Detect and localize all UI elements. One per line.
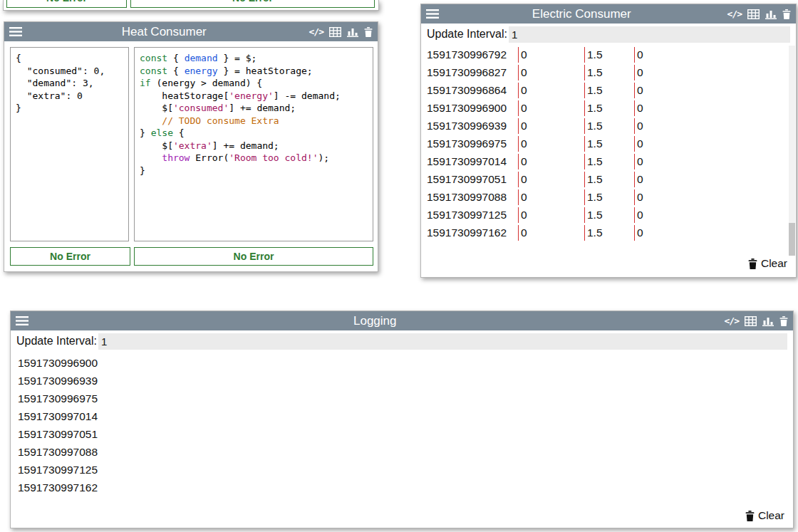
table-cell: 0 — [634, 154, 786, 169]
update-interval-input[interactable] — [509, 26, 790, 43]
electric-table: 159173099679201.50159173099682701.501591… — [427, 46, 786, 241]
table-icon[interactable] — [329, 27, 341, 37]
table-cell: 0 — [634, 207, 786, 223]
table-cell: 0 — [634, 189, 786, 205]
table-cell: 0 — [634, 100, 786, 116]
clear-button[interactable]: Clear — [745, 509, 784, 522]
table-row: 159173099701401.50 — [427, 152, 786, 170]
table-cell: 0 — [634, 47, 786, 63]
table-cell: 0 — [518, 65, 584, 80]
table-cell: 1.5 — [584, 207, 634, 223]
table-cell: 1.5 — [584, 172, 634, 187]
chart-icon[interactable] — [347, 27, 358, 37]
table-cell: 0 — [518, 136, 584, 152]
state-json-editor[interactable]: { "consumed": 0, "demand": 3, "extra": 0… — [10, 47, 129, 241]
code-icon[interactable]: </> — [309, 26, 323, 37]
log-entry: 1591730997014 — [18, 407, 783, 425]
panel-title: Electric Consumer — [442, 7, 722, 21]
table-icon[interactable] — [745, 316, 757, 326]
logging-header[interactable]: Logging </> — [11, 311, 793, 330]
log-entry: 1591730996900 — [18, 354, 783, 372]
table-cell: 1.5 — [584, 65, 634, 80]
logging-list: 1591730996900159173099693915917309969751… — [18, 354, 783, 496]
update-interval-input[interactable] — [98, 333, 787, 350]
trash-icon[interactable] — [782, 9, 791, 19]
table-icon[interactable] — [747, 9, 760, 19]
table-row: 159173099708801.50 — [427, 188, 786, 206]
table-cell: 1.5 — [584, 225, 634, 241]
status-button[interactable]: No Error — [6, 0, 127, 8]
chart-icon[interactable] — [762, 316, 774, 326]
table-cell: 1591730997014 — [427, 155, 518, 168]
log-entry: 1591730997051 — [18, 425, 783, 443]
table-cell: 1591730996792 — [427, 48, 518, 61]
heat-consumer-panel: Heat Consumer </> { "consumed": 0, "dema… — [4, 21, 378, 272]
table-cell: 0 — [518, 100, 584, 116]
status-button[interactable]: No Error — [10, 247, 130, 266]
table-cell: 0 — [518, 172, 584, 187]
cut-off-panel: No Error No Error — [3, 0, 379, 11]
table-cell: 1591730996827 — [427, 66, 518, 79]
table-row: 159173099697501.50 — [427, 135, 786, 152]
table-cell: 1591730996864 — [427, 84, 518, 97]
table-cell: 1.5 — [584, 83, 634, 98]
update-interval-label: Update Interval: — [16, 335, 97, 348]
table-cell: 1591730997051 — [427, 173, 518, 186]
log-entry: 1591730996975 — [18, 390, 783, 407]
code-icon[interactable]: </> — [727, 9, 742, 19]
scrollbar-thumb[interactable] — [789, 223, 795, 256]
log-entry: 1591730997088 — [18, 443, 783, 461]
table-row: 159173099693901.50 — [427, 117, 786, 135]
heat-consumer-header[interactable]: Heat Consumer </> — [4, 22, 378, 41]
table-cell: 0 — [634, 136, 786, 152]
table-row: 159173099682701.50 — [427, 63, 786, 81]
table-cell: 1.5 — [584, 136, 634, 152]
status-button[interactable]: No Error — [134, 247, 373, 266]
table-row: 159173099679201.50 — [427, 46, 786, 63]
table-cell: 0 — [518, 118, 584, 134]
trash-icon[interactable] — [364, 27, 373, 37]
heat-code-editor[interactable]: const { demand } = $;const { energy } = … — [134, 47, 373, 241]
table-row: 159173099690001.50 — [427, 99, 786, 117]
table-cell: 1591730996975 — [427, 137, 518, 150]
table-cell: 0 — [518, 225, 584, 241]
electric-consumer-panel: Electric Consumer </> Update Interval: 1… — [420, 4, 797, 278]
table-cell: 1591730997125 — [427, 209, 518, 221]
clear-label: Clear — [761, 257, 787, 270]
table-cell: 0 — [634, 172, 786, 187]
update-interval-label: Update Interval: — [427, 28, 507, 41]
clear-button[interactable]: Clear — [748, 257, 787, 270]
trash-icon[interactable] — [779, 316, 788, 326]
panel-title: Heat Consumer — [25, 25, 304, 39]
chart-icon[interactable] — [765, 9, 777, 19]
update-interval-row: Update Interval: — [421, 24, 796, 43]
table-cell: 0 — [634, 225, 786, 241]
table-cell: 0 — [634, 83, 786, 98]
table-cell: 1.5 — [584, 154, 634, 169]
menu-icon[interactable] — [16, 316, 28, 325]
status-button[interactable]: No Error — [130, 0, 375, 8]
clear-label: Clear — [758, 509, 784, 522]
table-row: 159173099705101.50 — [427, 170, 786, 188]
table-cell: 0 — [634, 118, 786, 134]
menu-icon[interactable] — [9, 27, 22, 36]
update-interval-row: Update Interval: — [11, 330, 793, 350]
table-cell: 1591730997088 — [427, 191, 518, 204]
table-cell: 0 — [518, 154, 584, 169]
code-icon[interactable]: </> — [725, 315, 739, 326]
table-cell: 1.5 — [584, 100, 634, 116]
log-entry: 1591730997125 — [18, 461, 783, 479]
table-cell: 1.5 — [584, 47, 634, 63]
log-entry: 1591730997162 — [18, 479, 783, 496]
table-cell: 1.5 — [584, 118, 634, 134]
menu-icon[interactable] — [426, 9, 439, 19]
table-row: 159173099686401.50 — [427, 81, 786, 99]
trash-icon — [748, 259, 757, 269]
trash-icon — [745, 511, 755, 521]
table-cell: 0 — [518, 207, 584, 223]
electric-consumer-header[interactable]: Electric Consumer </> — [421, 4, 796, 24]
table-cell: 1.5 — [584, 189, 634, 205]
table-cell: 0 — [518, 83, 584, 98]
table-cell: 1591730996900 — [427, 102, 518, 115]
scrollbar[interactable] — [789, 46, 795, 256]
